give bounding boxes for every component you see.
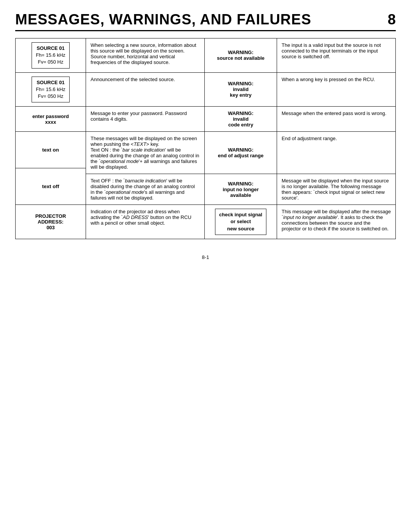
page-title: MESSAGES, WARNINGS, AND FAILURES — [15, 11, 311, 28]
cell-projector-right: This message will be displayed after the… — [277, 205, 395, 239]
projector-address-label: ADDRESS: — [35, 219, 66, 225]
footer-page-label: 8-1 — [202, 254, 209, 260]
check-input-line2: or select — [219, 218, 262, 225]
cell-source-2: SOURCE 01 Fh= 15.6 kHz Fv= 050 Hz — [16, 73, 86, 107]
desc-text-2: Announcement of the selected source. — [91, 77, 175, 82]
input-right-text: Message will be displayed when the input… — [277, 174, 395, 204]
projector-address-num: 003 — [35, 225, 66, 230]
cell-right-3: Message when the entered pass word is wr… — [277, 107, 395, 131]
text-off-desc-text: Text OFF : the `barnacle indication' wil… — [91, 178, 200, 201]
text-off-label: text off — [42, 184, 59, 189]
warning-label-1: WARNING: — [228, 50, 253, 55]
warning-adjust: WARNING: end of adjust range — [205, 132, 277, 174]
cell-right-2: When a wrong key is pressed on the RCU. — [277, 73, 395, 107]
cell-desc-1: When selecting a new source, information… — [86, 38, 205, 72]
combined-right-col: These messages will be displayed on the … — [86, 132, 395, 204]
source-fv-1: Fv= 050 Hz — [36, 59, 65, 66]
text-off-row: Text OFF : the `barnacle indication' wil… — [86, 174, 395, 204]
adjust-right-text: End of adjustment range. — [277, 132, 395, 174]
check-input-line3: new source — [219, 225, 262, 232]
projector-desc-text: Indication of the projector ad dress whe… — [91, 209, 200, 226]
table-row: SOURCE 01 Fh= 15.6 kHz Fv= 050 Hz Announ… — [16, 73, 395, 107]
table-row: enter password xxxx Message to enter you… — [16, 107, 395, 132]
table-row: SOURCE 01 Fh= 15.6 kHz Fv= 050 Hz When s… — [16, 38, 395, 73]
adjust-right-desc: End of adjustment range. — [282, 136, 337, 141]
cell-warning-2: WARNING: invalidkey entry — [205, 73, 277, 107]
right-text-1: The input is a valid input but the sourc… — [282, 42, 391, 59]
check-input-line1: check input signal — [219, 211, 262, 218]
warning-label-3: WARNING: — [228, 110, 253, 116]
password-xxxx: xxxx — [32, 119, 69, 125]
warning-input-text: input no longeravailable — [223, 187, 259, 198]
cell-projector: PROJECTOR ADDRESS: 003 — [16, 205, 86, 239]
warning-text-2: invalidkey entry — [230, 86, 252, 98]
source-box-1: SOURCE 01 Fh= 15.6 kHz Fv= 050 Hz — [32, 42, 70, 69]
right-text-2: When a wrong key is pressed on the RCU. — [282, 77, 375, 82]
source-fv-2: Fv= 050 Hz — [36, 93, 65, 100]
desc-text-1: When selecting a new source, information… — [91, 42, 200, 65]
cell-desc-3: Message to enter your password. Password… — [86, 107, 205, 131]
cell-right-1: The input is a valid input but the sourc… — [277, 38, 395, 72]
page-number: 8 — [388, 11, 396, 28]
source-fh-2: Fh= 15.6 kHz — [36, 86, 65, 93]
cell-warning-1: WARNING: source not available — [205, 38, 277, 72]
text-on-cell: text on — [16, 132, 86, 168]
page-header: MESSAGES, WARNINGS, AND FAILURES 8 — [15, 11, 396, 31]
password-label: enter password — [32, 113, 69, 119]
warning-input: WARNING: input no longeravailable — [205, 174, 277, 204]
cell-source-1: SOURCE 01 Fh= 15.6 kHz Fv= 050 Hz — [16, 38, 86, 72]
text-on-label: text on — [42, 147, 59, 153]
combined-text-section: text on text off These messages will be … — [16, 132, 395, 205]
projector-box: PROJECTOR ADDRESS: 003 — [35, 213, 66, 230]
text-on-desc: These messages will be displayed on the … — [86, 132, 205, 174]
text-on-row: These messages will be displayed on the … — [86, 132, 395, 174]
input-right-desc: Message will be displayed when the input… — [282, 178, 391, 201]
cell-check-input: check input signal or select new source — [205, 205, 277, 239]
cell-warning-3: WARNING: invalidcode entry — [205, 107, 277, 131]
text-off-cell: text off — [16, 168, 86, 204]
check-input-box: check input signal or select new source — [215, 209, 266, 235]
combined-left-col: text on text off — [16, 132, 86, 204]
warning-label-2: WARNING: — [228, 81, 253, 86]
warning-text-3: invalidcode entry — [228, 116, 253, 128]
projector-label: PROJECTOR — [35, 213, 66, 219]
text-on-desc-text: These messages will be displayed on the … — [91, 136, 200, 170]
warning-input-label: WARNING: — [228, 181, 253, 187]
cell-password: enter password xxxx — [16, 107, 86, 131]
source-label-2: SOURCE 01 — [36, 79, 65, 86]
desc-text-3: Message to enter your password. Password… — [91, 110, 200, 122]
right-text-3: Message when the entered pass word is wr… — [282, 110, 386, 116]
text-off-desc: Text OFF : the `barnacle indication' wil… — [86, 174, 205, 204]
projector-row: PROJECTOR ADDRESS: 003 Indication of the… — [16, 205, 395, 239]
password-box: enter password xxxx — [32, 113, 69, 125]
warning-adjust-label: WARNING: — [228, 147, 253, 153]
projector-right-text: This message will be displayed after the… — [282, 209, 391, 232]
main-table: SOURCE 01 Fh= 15.6 kHz Fv= 050 Hz When s… — [15, 38, 396, 239]
cell-projector-desc: Indication of the projector ad dress whe… — [86, 205, 205, 239]
page-footer: 8-1 — [15, 254, 396, 260]
source-fh-1: Fh= 15.6 kHz — [36, 52, 65, 59]
source-label-1: SOURCE 01 — [36, 45, 65, 52]
source-box-2: SOURCE 01 Fh= 15.6 kHz Fv= 050 Hz — [32, 77, 70, 103]
warning-adjust-text: end of adjust range — [218, 153, 264, 158]
warning-text-1: source not available — [217, 55, 264, 61]
cell-desc-2: Announcement of the selected source. — [86, 73, 205, 107]
